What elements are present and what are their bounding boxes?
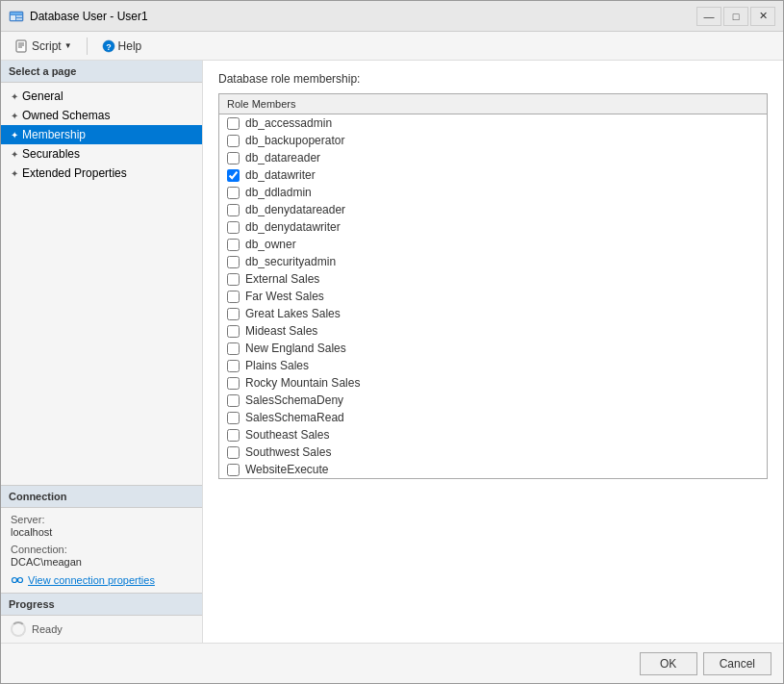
roles-list: db_accessadmindb_backupoperatordb_datare… [219, 114, 768, 479]
progress-status: Ready [32, 623, 63, 635]
role-row-far-west-sales: Far West Sales [219, 288, 767, 305]
role-checkbox-db_datawriter[interactable] [227, 169, 240, 182]
nav-arrow-icon: ✦ [11, 168, 18, 179]
help-button[interactable]: ? Help [95, 37, 149, 56]
table-row: Mideast Sales [219, 322, 768, 340]
table-row: db_owner [219, 236, 768, 253]
role-name-sales-schema-deny: SalesSchemaDeny [245, 393, 343, 407]
role-checkbox-plains-sales[interactable] [227, 360, 240, 372]
table-row: Far West Sales [219, 288, 768, 305]
nav-arrow-icon: ✦ [11, 91, 18, 102]
role-row-db_backupoperator: db_backupoperator [219, 132, 767, 149]
nav-item-label: Owned Schemas [22, 109, 110, 122]
role-checkbox-db_datareader[interactable] [227, 152, 240, 165]
table-row: SalesSchemaRead [219, 409, 768, 426]
role-checkbox-southeast-sales[interactable] [227, 429, 240, 442]
role-checkbox-great-lakes-sales[interactable] [227, 308, 240, 320]
nav-item-extended-properties[interactable]: ✦Extended Properties [1, 164, 202, 183]
role-name-db_owner: db_owner [245, 238, 296, 251]
role-name-db_datareader: db_datareader [245, 151, 320, 165]
role-name-db_accessadmin: db_accessadmin [245, 116, 332, 130]
role-name-db_ddladmin: db_ddladmin [245, 186, 312, 199]
role-row-sales-schema-read: SalesSchemaRead [219, 409, 767, 426]
role-row-db_owner: db_owner [219, 236, 767, 253]
table-row: db_denydatawriter [219, 218, 768, 236]
left-panel: Select a page ✦General✦Owned Schemas✦Mem… [1, 61, 203, 643]
table-row: Great Lakes Sales [219, 305, 768, 322]
script-dropdown-arrow: ▼ [64, 41, 72, 50]
script-icon [15, 39, 29, 53]
role-row-website-execute: WebsiteExecute [219, 461, 767, 478]
role-row-db_datareader: db_datareader [219, 149, 767, 166]
role-checkbox-external-sales[interactable] [227, 273, 240, 286]
close-button[interactable]: ✕ [750, 7, 775, 26]
role-row-sales-schema-deny: SalesSchemaDeny [219, 392, 767, 409]
role-row-db_denydatawriter: db_denydatawriter [219, 218, 767, 236]
role-row-rocky-mountain-sales: Rocky Mountain Sales [219, 374, 767, 392]
role-checkbox-far-west-sales[interactable] [227, 291, 240, 303]
title-bar: Database User - User1 — □ ✕ [1, 1, 783, 32]
progress-spinner [11, 621, 26, 637]
svg-rect-3 [16, 15, 22, 17]
role-checkbox-new-england-sales[interactable] [227, 342, 240, 355]
table-row: db_denydatareader [219, 201, 768, 218]
cancel-button[interactable]: Cancel [703, 652, 771, 675]
role-name-mideast-sales: Mideast Sales [245, 324, 317, 338]
right-panel: Database role membership: Role Members d… [203, 61, 783, 643]
script-button[interactable]: Script ▼ [9, 37, 79, 56]
help-icon: ? [102, 39, 115, 53]
svg-rect-5 [16, 40, 26, 52]
table-row: SalesSchemaDeny [219, 392, 768, 409]
role-name-southeast-sales: Southeast Sales [245, 428, 329, 442]
role-name-db_datawriter: db_datawriter [245, 168, 316, 182]
svg-rect-2 [11, 15, 15, 20]
nav-arrow-icon: ✦ [11, 149, 18, 160]
nav-arrow-icon: ✦ [11, 130, 18, 140]
select-page-header: Select a page [1, 61, 202, 83]
role-checkbox-db_owner[interactable] [227, 239, 240, 251]
view-connection-label: View connection properties [28, 574, 155, 586]
right-inner: Database role membership: Role Members d… [203, 61, 783, 643]
role-checkbox-sales-schema-deny[interactable] [227, 394, 240, 407]
role-checkbox-db_denydatawriter[interactable] [227, 221, 240, 234]
nav-item-securables[interactable]: ✦Securables [1, 144, 202, 164]
svg-rect-1 [11, 13, 22, 14]
server-value: localhost [11, 526, 192, 538]
ok-button[interactable]: OK [640, 652, 697, 675]
role-checkbox-mideast-sales[interactable] [227, 325, 240, 338]
role-checkbox-website-execute[interactable] [227, 464, 240, 476]
table-row: Plains Sales [219, 357, 768, 374]
connection-header: Connection [1, 486, 202, 508]
role-row-plains-sales: Plains Sales [219, 357, 767, 374]
role-row-db_datawriter: db_datawriter [219, 166, 767, 184]
nav-item-label: General [22, 89, 63, 103]
role-name-rocky-mountain-sales: Rocky Mountain Sales [245, 376, 360, 390]
role-name-new-england-sales: New England Sales [245, 342, 346, 355]
nav-item-general[interactable]: ✦General [1, 87, 202, 106]
minimize-button[interactable]: — [696, 7, 721, 26]
view-connection-link[interactable]: View connection properties [11, 573, 192, 587]
role-checkbox-db_denydatareader[interactable] [227, 204, 240, 216]
table-row: New England Sales [219, 340, 768, 357]
role-table: Role Members db_accessadmindb_backupoper… [218, 93, 768, 479]
nav-item-membership[interactable]: ✦Membership [1, 125, 202, 144]
main-window: Database User - User1 — □ ✕ Script ▼ ? [0, 0, 784, 684]
nav-items: ✦General✦Owned Schemas✦Membership✦Secura… [1, 83, 202, 187]
role-row-db_accessadmin: db_accessadmin [219, 114, 767, 132]
role-checkbox-rocky-mountain-sales[interactable] [227, 377, 240, 390]
table-row: db_datareader [219, 149, 768, 166]
role-checkbox-db_backupoperator[interactable] [227, 135, 240, 147]
nav-item-owned-schemas[interactable]: ✦Owned Schemas [1, 106, 202, 125]
role-checkbox-db_securityadmin[interactable] [227, 256, 240, 268]
role-checkbox-db_ddladmin[interactable] [227, 187, 240, 199]
role-checkbox-sales-schema-read[interactable] [227, 412, 240, 424]
maximize-button[interactable]: □ [723, 7, 748, 26]
script-label: Script [32, 39, 62, 53]
footer: OK Cancel [1, 643, 783, 683]
role-name-website-execute: WebsiteExecute [245, 463, 329, 476]
progress-content: Ready [1, 616, 202, 643]
role-checkbox-southwest-sales[interactable] [227, 446, 240, 459]
role-checkbox-db_accessadmin[interactable] [227, 117, 240, 130]
nav-item-label: Extended Properties [22, 166, 127, 180]
role-row-db_denydatareader: db_denydatareader [219, 201, 767, 218]
